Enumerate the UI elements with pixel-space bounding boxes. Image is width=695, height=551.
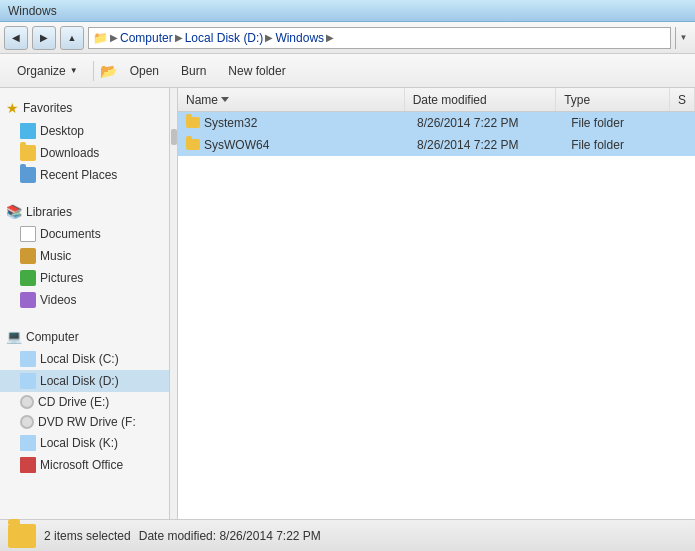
sidebar-item-localdisk-k[interactable]: Local Disk (K:)	[0, 432, 169, 454]
back-button[interactable]: ◀	[4, 26, 28, 50]
music-icon	[20, 248, 36, 264]
localdisk-c-label: Local Disk (C:)	[40, 352, 119, 366]
disk-c-icon	[20, 351, 36, 367]
documents-icon	[20, 226, 36, 242]
folder-bar-icon: 📁	[93, 31, 108, 45]
localdisk-k-label: Local Disk (K:)	[40, 436, 118, 450]
breadcrumb-sep-2: ▶	[175, 32, 183, 43]
pictures-label: Pictures	[40, 271, 83, 285]
col-header-size[interactable]: S	[670, 88, 695, 111]
status-folder-icon	[8, 524, 36, 548]
content-area: Name Date modified Type S System32 8/26/…	[178, 88, 695, 519]
file-cell-size	[679, 134, 695, 155]
computer-section: 💻 Computer Local Disk (C:) Local Disk (D…	[0, 325, 169, 476]
breadcrumb-sep-4: ▶	[326, 32, 334, 43]
file-folder-icon	[186, 117, 200, 128]
desktop-label: Desktop	[40, 124, 84, 138]
burn-label: Burn	[181, 64, 206, 78]
file-cell-date: 8/26/2014 7:22 PM	[409, 134, 563, 155]
documents-label: Documents	[40, 227, 101, 241]
status-items-selected: 2 items selected	[44, 529, 131, 543]
col-header-name[interactable]: Name	[178, 88, 405, 111]
open-label: Open	[130, 64, 159, 78]
toolbar-sep-1	[93, 61, 94, 81]
breadcrumb-sep-1: ▶	[110, 32, 118, 43]
videos-label: Videos	[40, 293, 76, 307]
dvd-drive-icon	[20, 415, 34, 429]
sidebar-item-localdisk-d[interactable]: Local Disk (D:)	[0, 370, 169, 392]
library-icon: 📚	[6, 204, 22, 219]
status-detail: Date modified: 8/26/2014 7:22 PM	[139, 529, 321, 543]
sidebar-item-documents[interactable]: Documents	[0, 223, 169, 245]
favorites-header[interactable]: ★ Favorites	[0, 96, 169, 120]
mso-label: Microsoft Office	[40, 458, 123, 472]
table-row[interactable]: SysWOW64 8/26/2014 7:22 PM File folder	[178, 134, 695, 156]
new-folder-button[interactable]: New folder	[219, 58, 294, 84]
open-icon: 📂	[100, 63, 117, 79]
star-icon: ★	[6, 100, 19, 116]
libraries-label: Libraries	[26, 205, 72, 219]
favorites-section: ★ Favorites Desktop Downloads Recent Pla…	[0, 96, 169, 186]
sidebar-item-videos[interactable]: Videos	[0, 289, 169, 311]
organize-label: Organize	[17, 64, 66, 78]
open-button[interactable]: Open	[121, 58, 168, 84]
disk-k-icon	[20, 435, 36, 451]
organize-button[interactable]: Organize ▼	[8, 58, 87, 84]
table-row[interactable]: System32 8/26/2014 7:22 PM File folder	[178, 112, 695, 134]
address-bar: ◀ ▶ ▲ 📁 ▶ Computer ▶ Local Disk (D:) ▶ W…	[0, 22, 695, 54]
file-cell-size	[679, 112, 695, 133]
sidebar-item-mso[interactable]: Microsoft Office	[0, 454, 169, 476]
forward-button[interactable]: ▶	[32, 26, 56, 50]
computer-label: Computer	[26, 330, 79, 344]
col-header-date[interactable]: Date modified	[405, 88, 556, 111]
col-header-type[interactable]: Type	[556, 88, 670, 111]
sidebar-item-dvd-drive[interactable]: DVD RW Drive (F:	[0, 412, 169, 432]
address-dropdown[interactable]: ▼	[675, 27, 691, 49]
sidebar-item-localdisk-c[interactable]: Local Disk (C:)	[0, 348, 169, 370]
breadcrumb-computer[interactable]: Computer	[120, 31, 173, 45]
desktop-icon	[20, 123, 36, 139]
column-headers: Name Date modified Type S	[178, 88, 695, 112]
downloads-folder-icon	[20, 145, 36, 161]
cd-drive-icon	[20, 395, 34, 409]
sidebar-item-music[interactable]: Music	[0, 245, 169, 267]
recent-places-icon	[20, 167, 36, 183]
new-folder-label: New folder	[228, 64, 285, 78]
file-cell-date: 8/26/2014 7:22 PM	[409, 112, 563, 133]
recent-places-label: Recent Places	[40, 168, 117, 182]
mso-icon	[20, 457, 36, 473]
libraries-header[interactable]: 📚 Libraries	[0, 200, 169, 223]
sort-arrow	[221, 97, 229, 102]
videos-icon	[20, 292, 36, 308]
sidebar-scrollbar[interactable]	[170, 88, 178, 519]
file-cell-name: SysWOW64	[178, 134, 409, 155]
file-cell-name: System32	[178, 112, 409, 133]
organize-arrow: ▼	[70, 66, 78, 75]
localdisk-d-label: Local Disk (D:)	[40, 374, 119, 388]
title-bar: Windows	[0, 0, 695, 22]
sidebar-item-desktop[interactable]: Desktop	[0, 120, 169, 142]
up-button[interactable]: ▲	[60, 26, 84, 50]
downloads-label: Downloads	[40, 146, 99, 160]
cd-drive-label: CD Drive (E:)	[38, 395, 109, 409]
file-list: System32 8/26/2014 7:22 PM File folder S…	[178, 112, 695, 156]
breadcrumb-sep-3: ▶	[265, 32, 273, 43]
sidebar-item-cd-drive[interactable]: CD Drive (E:)	[0, 392, 169, 412]
breadcrumb-windows[interactable]: Windows	[275, 31, 324, 45]
libraries-section: 📚 Libraries Documents Music Pictures Vid…	[0, 200, 169, 311]
main-layout: ★ Favorites Desktop Downloads Recent Pla…	[0, 88, 695, 519]
sidebar-item-recent[interactable]: Recent Places	[0, 164, 169, 186]
disk-d-icon	[20, 373, 36, 389]
sidebar-item-downloads[interactable]: Downloads	[0, 142, 169, 164]
scrollbar-thumb[interactable]	[171, 129, 177, 145]
burn-button[interactable]: Burn	[172, 58, 215, 84]
computer-icon: 💻	[6, 329, 22, 344]
pictures-icon	[20, 270, 36, 286]
sidebar-item-pictures[interactable]: Pictures	[0, 267, 169, 289]
computer-header[interactable]: 💻 Computer	[0, 325, 169, 348]
dvd-drive-label: DVD RW Drive (F:	[38, 415, 136, 429]
file-cell-type: File folder	[563, 134, 679, 155]
sidebar: ★ Favorites Desktop Downloads Recent Pla…	[0, 88, 170, 519]
breadcrumb-localdisk[interactable]: Local Disk (D:)	[185, 31, 264, 45]
status-bar: 2 items selected Date modified: 8/26/201…	[0, 519, 695, 551]
